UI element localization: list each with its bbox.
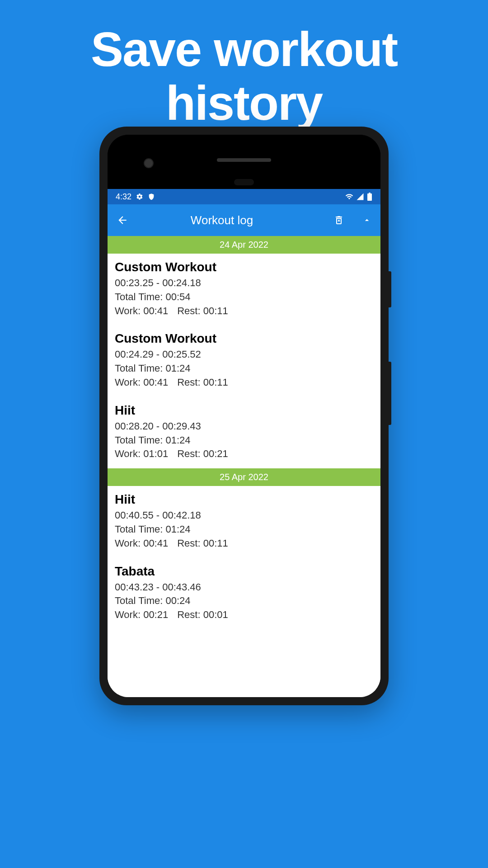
entry-rest: Rest: 00:11 bbox=[177, 376, 228, 390]
phone-side-button bbox=[389, 362, 391, 425]
phone-side-button bbox=[389, 271, 391, 307]
app-bar-actions bbox=[333, 215, 371, 226]
status-bar: 4:32 bbox=[108, 189, 380, 204]
entry-time-range: 00:40.55 - 00:42.18 bbox=[115, 509, 373, 523]
entry-total: Total Time: 01:24 bbox=[115, 523, 373, 537]
battery-icon bbox=[367, 193, 372, 201]
list-item[interactable]: Hiit 00:28.20 - 00:29.43 Total Time: 01:… bbox=[108, 397, 380, 468]
status-right bbox=[345, 193, 372, 201]
entry-total: Total Time: 00:54 bbox=[115, 290, 373, 304]
svg-rect-1 bbox=[369, 193, 371, 193]
phone-inner: 4:32 bbox=[108, 135, 380, 697]
collapse-up-icon[interactable] bbox=[362, 216, 371, 225]
date-header: 24 Apr 2022 bbox=[108, 236, 380, 254]
phone-frame: 4:32 bbox=[99, 127, 389, 705]
gear-icon bbox=[136, 193, 143, 200]
page-title: Workout log bbox=[119, 213, 324, 227]
entry-work-rest: Work: 01:01 Rest: 00:21 bbox=[115, 447, 373, 461]
entry-work: Work: 01:01 bbox=[115, 447, 168, 461]
list-item[interactable]: Tabata 00:43.23 - 00:43.46 Total Time: 0… bbox=[108, 558, 380, 629]
date-header: 25 Apr 2022 bbox=[108, 468, 380, 486]
entry-rest: Rest: 00:21 bbox=[177, 447, 228, 461]
entry-work-rest: Work: 00:41 Rest: 00:11 bbox=[115, 537, 373, 551]
entry-title: Custom Workout bbox=[115, 331, 373, 346]
entry-time-range: 00:23.25 - 00:24.18 bbox=[115, 276, 373, 290]
list-item[interactable]: Custom Workout 00:23.25 - 00:24.18 Total… bbox=[108, 254, 380, 325]
phone-top-hardware bbox=[108, 135, 380, 189]
app-bar: Workout log bbox=[108, 204, 380, 236]
headline-line2: history bbox=[0, 76, 488, 130]
entry-work: Work: 00:21 bbox=[115, 608, 168, 622]
camera-icon bbox=[144, 158, 154, 168]
signal-icon bbox=[356, 193, 364, 201]
headline-line1: Save workout bbox=[0, 23, 488, 76]
entry-time-range: 00:24.29 - 00:25.52 bbox=[115, 348, 373, 362]
shield-icon bbox=[148, 193, 155, 200]
sensor-pill bbox=[234, 179, 254, 185]
entry-title: Hiit bbox=[115, 492, 373, 507]
entry-time-range: 00:43.23 - 00:43.46 bbox=[115, 580, 373, 594]
wifi-icon bbox=[345, 193, 353, 201]
speaker-grille bbox=[217, 158, 271, 162]
entry-work: Work: 00:41 bbox=[115, 376, 168, 390]
list-item[interactable]: Hiit 00:40.55 - 00:42.18 Total Time: 01:… bbox=[108, 486, 380, 557]
entry-work-rest: Work: 00:41 Rest: 00:11 bbox=[115, 304, 373, 318]
trash-icon[interactable] bbox=[333, 215, 344, 226]
entry-title: Custom Workout bbox=[115, 260, 373, 274]
entry-time-range: 00:28.20 - 00:29.43 bbox=[115, 420, 373, 434]
entry-total: Total Time: 00:24 bbox=[115, 594, 373, 608]
workout-log-list[interactable]: 24 Apr 2022 Custom Workout 00:23.25 - 00… bbox=[108, 236, 380, 697]
phone-screen: 4:32 bbox=[108, 189, 380, 697]
entry-title: Tabata bbox=[115, 564, 373, 579]
entry-work-rest: Work: 00:41 Rest: 00:11 bbox=[115, 376, 373, 390]
entry-work: Work: 00:41 bbox=[115, 537, 168, 551]
entry-rest: Rest: 00:11 bbox=[177, 537, 228, 551]
entry-rest: Rest: 00:01 bbox=[177, 608, 228, 622]
list-item[interactable]: Custom Workout 00:24.29 - 00:25.52 Total… bbox=[108, 325, 380, 396]
entry-work-rest: Work: 00:21 Rest: 00:01 bbox=[115, 608, 373, 622]
status-left: 4:32 bbox=[116, 192, 155, 202]
status-time: 4:32 bbox=[116, 192, 131, 202]
promo-headline: Save workout history bbox=[0, 0, 488, 130]
entry-rest: Rest: 00:11 bbox=[177, 304, 228, 318]
entry-work: Work: 00:41 bbox=[115, 304, 168, 318]
entry-title: Hiit bbox=[115, 403, 373, 418]
svg-rect-0 bbox=[367, 193, 372, 201]
entry-total: Total Time: 01:24 bbox=[115, 434, 373, 448]
entry-total: Total Time: 01:24 bbox=[115, 362, 373, 376]
